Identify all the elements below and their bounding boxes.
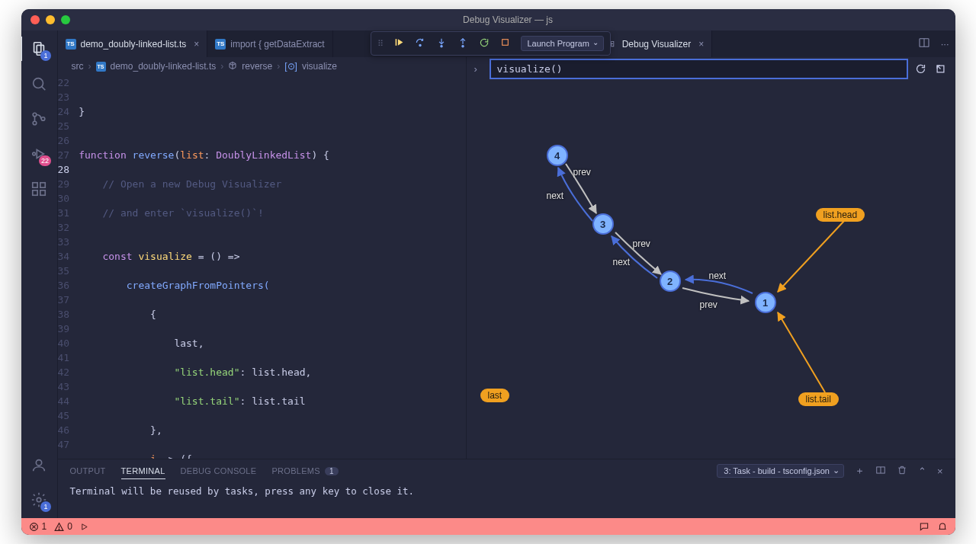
close-icon[interactable]: × (937, 466, 943, 477)
svg-point-13 (36, 460, 41, 466)
graph-node-3[interactable]: 3 (592, 213, 614, 235)
breadcrumb-file[interactable]: demo_doubly-linked-list.ts (111, 61, 217, 72)
step-out-icon[interactable] (458, 37, 468, 50)
svg-point-5 (33, 121, 37, 125)
typescript-icon: TS (66, 39, 76, 50)
graph-node-4[interactable]: 4 (547, 145, 568, 166)
gutter[interactable]: 2223242526272829303132333435363738394041… (58, 75, 79, 459)
svg-point-4 (33, 113, 37, 117)
svg-rect-9 (33, 183, 37, 187)
activity-bar: 1 22 1 (21, 30, 58, 518)
code-content[interactable]: } function reverse(list: DoublyLinkedLis… (79, 75, 465, 459)
step-over-icon[interactable] (415, 37, 425, 50)
code-editor-pane[interactable]: src › TS demo_doubly-linked-list.ts › re… (58, 57, 466, 459)
debug-toolbar[interactable]: ⠿ Launch Program (371, 31, 611, 56)
svg-point-2 (34, 78, 43, 88)
refresh-icon[interactable] (914, 63, 928, 75)
svg-rect-10 (40, 183, 45, 187)
titlebar: Debug Visualizer — js (21, 9, 955, 30)
breadcrumb-symbol[interactable]: visualize (302, 61, 337, 72)
restart-icon[interactable] (479, 37, 490, 50)
tab-visualizer[interactable]: ⊞ Debug Visualizer × (600, 30, 713, 57)
close-window-button[interactable] (30, 15, 40, 24)
typescript-icon: TS (215, 39, 226, 50)
tab-label: Debug Visualizer (622, 39, 692, 50)
close-icon[interactable]: × (194, 39, 199, 50)
launch-config-select[interactable]: Launch Program (521, 36, 604, 51)
status-errors[interactable]: 1 (29, 521, 47, 532)
graph-node-2[interactable]: 2 (660, 270, 681, 292)
svg-point-19 (440, 45, 441, 46)
drag-handle-icon[interactable]: ⠿ (377, 39, 384, 49)
svg-rect-11 (33, 190, 37, 195)
visualize-input[interactable] (490, 59, 908, 79)
debug-badge: 22 (39, 155, 51, 166)
status-warnings[interactable]: 0 (54, 521, 72, 532)
explorer-icon[interactable]: 1 (28, 38, 50, 59)
extensions-icon[interactable] (28, 178, 50, 200)
graph-label-head: list.head (816, 208, 865, 222)
window-title: Debug Visualizer — js (70, 14, 946, 25)
svg-line-26 (937, 66, 940, 69)
source-control-icon[interactable] (28, 108, 50, 130)
terminal-output[interactable]: Terminal will be reused by tasks, press … (58, 482, 955, 518)
svg-point-6 (41, 117, 45, 121)
kill-terminal-icon[interactable] (897, 465, 907, 478)
tab-code-file[interactable]: TS demo_doubly-linked-list.ts × (58, 30, 208, 57)
edge-label: prev (633, 238, 650, 249)
svg-rect-15 (395, 39, 396, 46)
breadcrumb-folder[interactable]: src (72, 61, 84, 72)
status-feedback-icon[interactable] (919, 521, 929, 532)
panel-tab-problems[interactable]: PROBLEMS 1 (271, 466, 338, 475)
chevron-up-icon[interactable]: ⌃ (918, 466, 926, 477)
edge-label: next (547, 190, 564, 201)
edge-label: prev (700, 299, 718, 310)
close-icon[interactable]: × (698, 39, 704, 50)
gear-icon[interactable]: 1 (28, 489, 50, 510)
status-bell-icon[interactable] (937, 521, 948, 532)
graph-label-last: last (480, 389, 510, 402)
more-icon[interactable]: ··· (941, 38, 949, 50)
svg-point-14 (37, 498, 41, 502)
new-terminal-icon[interactable]: ＋ (855, 464, 865, 478)
visualizer-pane: › (466, 57, 955, 459)
graph-edges (467, 80, 955, 459)
graph-label-tail: list.tail (798, 392, 839, 406)
status-debug-run[interactable] (80, 523, 88, 531)
svg-point-33 (59, 529, 59, 530)
cube-icon (228, 61, 237, 72)
split-terminal-icon[interactable] (875, 465, 886, 478)
panel-tab-debug-console[interactable]: DEBUG CONSOLE (181, 466, 257, 475)
svg-point-8 (33, 152, 36, 155)
continue-icon[interactable] (394, 37, 404, 50)
graph-canvas[interactable]: 4 3 2 1 last list.head list.tail prev ne… (467, 80, 955, 459)
symbol-icon: [⊙] (284, 61, 297, 72)
debug-icon[interactable]: 22 (28, 143, 50, 165)
fullscreen-window-button[interactable] (61, 15, 70, 24)
bottom-panel: OUTPUT TERMINAL DEBUG CONSOLE PROBLEMS 1… (58, 459, 955, 518)
status-bar: 1 0 (21, 518, 955, 535)
panel-tab-output[interactable]: OUTPUT (70, 466, 106, 475)
svg-line-3 (42, 87, 46, 91)
svg-rect-12 (40, 190, 45, 195)
popout-icon[interactable] (934, 63, 948, 75)
problems-count: 1 (325, 467, 339, 475)
chevron-right-icon[interactable]: › (474, 63, 483, 75)
minimize-window-button[interactable] (46, 15, 55, 24)
terminal-select[interactable]: 3: Task - build - tsconfig.json (717, 464, 844, 478)
breadcrumb-func[interactable]: reverse (242, 61, 272, 72)
tab-code-file-2[interactable]: TS import { getDataExtract (207, 30, 332, 57)
panel-tab-terminal[interactable]: TERMINAL (121, 466, 165, 479)
typescript-icon: TS (96, 62, 106, 72)
tab-label: demo_doubly-linked-list.ts (81, 39, 187, 50)
svg-marker-34 (82, 523, 87, 529)
accounts-icon[interactable] (28, 454, 50, 475)
breadcrumbs[interactable]: src › TS demo_doubly-linked-list.ts › re… (58, 57, 466, 75)
split-editor-icon[interactable] (918, 37, 930, 51)
stop-icon[interactable] (500, 37, 510, 50)
step-into-icon[interactable] (436, 37, 447, 50)
search-icon[interactable] (28, 73, 50, 94)
visualizer-toolbar: › (467, 57, 955, 80)
svg-point-21 (461, 45, 463, 46)
graph-node-1[interactable]: 1 (755, 292, 776, 313)
